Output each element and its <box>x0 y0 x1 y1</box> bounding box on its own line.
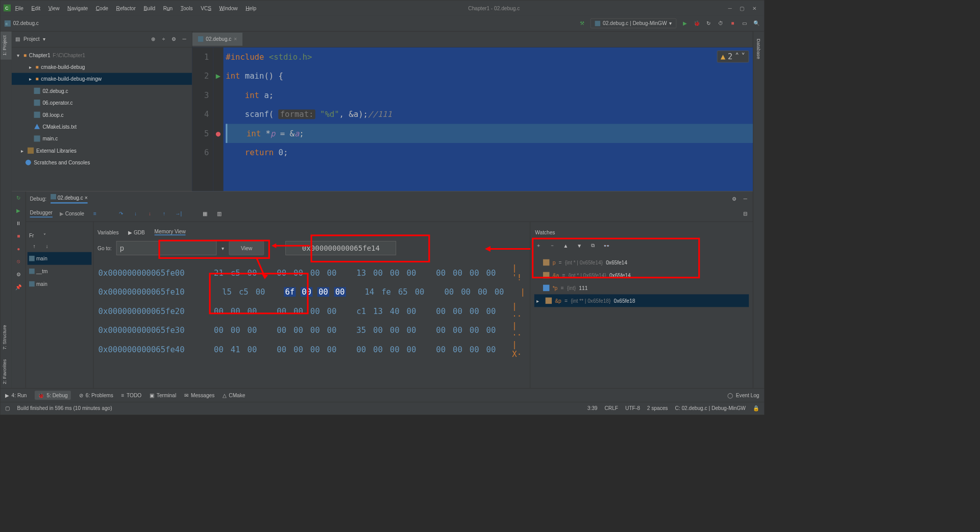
memory-row[interactable]: 0x000000000065fe2000000000000000c1134000… <box>99 301 530 320</box>
menu-build[interactable]: Build <box>140 4 159 13</box>
memory-view-tab[interactable]: Memory View <box>155 229 186 235</box>
frames-header[interactable]: Fr <box>29 233 34 239</box>
glasses-icon[interactable]: 👓 <box>603 242 610 249</box>
coverage-icon[interactable]: ↻ <box>705 20 712 27</box>
chevron-down-icon[interactable]: ▾ <box>43 36 45 42</box>
side-tab-database[interactable]: Database <box>754 35 763 63</box>
breadcrumb[interactable]: c 02.debug.c <box>5 20 39 26</box>
side-tab-favorites[interactable]: 2: Favorites <box>1 355 12 389</box>
status-lock-icon[interactable]: 🔒 <box>753 405 759 412</box>
tool-eventlog[interactable]: ◯ Event Log <box>727 392 759 398</box>
memory-row[interactable]: 0x000000000065fe0021c5000000000013000000… <box>99 263 530 282</box>
tree-scratches[interactable]: Scratches and Consoles <box>12 157 192 168</box>
tool-debug[interactable]: 🐞 5: Debug <box>35 391 71 400</box>
hide-icon[interactable]: ─ <box>181 36 188 43</box>
run-icon[interactable]: ▶ <box>681 20 689 27</box>
editor-tab[interactable]: 02.debug.c × <box>192 33 242 46</box>
settings-icon[interactable]: ⚙ <box>15 271 22 278</box>
chevron-down-icon[interactable]: ▾ <box>222 245 224 251</box>
layout-icon[interactable]: ▭ <box>741 20 748 27</box>
goto-input[interactable] <box>116 241 217 255</box>
status-encoding[interactable]: UTF-8 <box>625 405 640 412</box>
memory-table[interactable]: 0x000000000065fe0021c5000000000013000000… <box>93 259 530 389</box>
project-tree[interactable]: ▾ ■ Chapter1 F:\C\Chapter1 ▸■ cmake-buil… <box>12 47 192 191</box>
breakpoint-icon[interactable]: ● <box>216 129 220 138</box>
close-icon[interactable]: × <box>234 36 237 42</box>
up-icon[interactable]: ▲ <box>562 242 569 249</box>
watch-row[interactable]: p = {int * | 0x65fe14} 0x65fe14 <box>534 256 749 269</box>
rerun-icon[interactable]: ↻ <box>15 194 22 201</box>
tree-root[interactable]: ▾ ■ Chapter1 F:\C\Chapter1 <box>12 49 192 61</box>
menu-edit[interactable]: Edit <box>28 4 44 13</box>
restore-layout-icon[interactable]: ⊟ <box>742 210 749 217</box>
close-icon[interactable]: ✕ <box>752 5 757 11</box>
force-step-into-icon[interactable]: ↓ <box>146 210 154 217</box>
gdb-tab[interactable]: ▶ GDB <box>128 229 145 235</box>
inspection-badge[interactable]: ▲ 2 ˄ ˅ <box>717 51 749 62</box>
watches-list[interactable]: p = {int * | 0x65fe14} 0x65fe14&a = {int… <box>530 254 753 388</box>
status-context[interactable]: C: 02.debug.c | Debug-MinGW <box>675 405 745 412</box>
tool-todo[interactable]: ≡ TODO <box>121 392 141 398</box>
step-out-icon[interactable]: ↑ <box>161 210 168 217</box>
menu-run[interactable]: Run <box>160 4 177 13</box>
code-editor[interactable]: 123456 ▶ ● #include <stdio.h> int main()… <box>192 47 753 191</box>
hammer-icon[interactable]: ⚒ <box>578 20 585 27</box>
tool-terminal[interactable]: ▣ Terminal <box>150 392 176 398</box>
evaluate-icon[interactable]: ▦ <box>201 210 208 217</box>
tool-run[interactable]: ▶ 4: Run <box>5 392 27 398</box>
menu-window[interactable]: Window <box>216 4 241 13</box>
debug-icon[interactable]: 🐞 <box>693 20 700 27</box>
stack-frame[interactable]: __tm <box>28 265 92 278</box>
copy-icon[interactable]: ⧉ <box>589 242 596 249</box>
pin-icon[interactable]: 📌 <box>15 283 22 291</box>
menu-refactor[interactable]: Refactor <box>113 4 139 13</box>
gear-icon[interactable]: ⚙ <box>730 195 738 202</box>
chevron-down-icon[interactable]: ˅ <box>741 52 745 61</box>
watch-row[interactable]: &a = {int * | 0x65fe14} 0x65fe14 <box>534 269 749 282</box>
view-breakpoints-icon[interactable]: ● <box>15 245 22 252</box>
menu-tools[interactable]: Tools <box>177 4 197 13</box>
variables-tab[interactable]: Variables <box>97 229 119 235</box>
menu-code[interactable]: Code <box>92 4 112 13</box>
tab-console[interactable]: ▶ Console <box>60 211 84 217</box>
tool-cmake[interactable]: △ CMake <box>223 392 246 398</box>
tree-item[interactable]: ▸■ cmake-build-debug-mingw <box>12 73 192 85</box>
step-over-icon[interactable]: ↷ <box>117 210 125 217</box>
stop-icon[interactable]: ■ <box>15 232 22 239</box>
watch-row[interactable]: *p = {int} 111 <box>534 281 749 294</box>
menu-view[interactable]: View <box>45 4 63 13</box>
step-into-icon[interactable]: ↓ <box>132 210 139 217</box>
mute-breakpoints-icon[interactable]: ⦸ <box>15 258 22 265</box>
menu-file[interactable]: File <box>12 4 27 13</box>
tree-item[interactable]: 02.debug.c <box>12 85 192 96</box>
run-gutter-icon[interactable]: ▶ <box>216 71 220 81</box>
stack-frame[interactable]: main <box>28 252 92 265</box>
arrow-down-icon[interactable]: ↓ <box>43 243 51 250</box>
threads-icon[interactable]: ≡ <box>91 210 99 217</box>
profiler-icon[interactable]: ⏱ <box>717 20 724 27</box>
debug-target[interactable]: 02.debug.c × <box>51 194 88 204</box>
side-tab-project[interactable]: 1: Project <box>1 32 12 60</box>
chevron-down-icon[interactable]: ˅ <box>43 233 46 239</box>
status-caret[interactable]: 3:39 <box>587 405 598 412</box>
view-button[interactable]: View <box>229 241 264 255</box>
memory-row[interactable]: 0x000000000065fe10l5c5006f00000014fe6500… <box>99 282 530 301</box>
stop-icon[interactable]: ■ <box>729 20 736 27</box>
run-to-cursor-icon[interactable]: →| <box>175 210 182 217</box>
down-icon[interactable]: ▼ <box>576 242 583 249</box>
run-config-selector[interactable]: 02.debug.c | Debug-MinGW ▾ <box>591 18 676 29</box>
tree-item[interactable]: CMakeLists.txt <box>12 120 192 132</box>
status-line-sep[interactable]: CRLF <box>605 405 618 412</box>
side-tab-structure[interactable]: 7: Structure <box>1 321 12 354</box>
pause-icon[interactable]: ⏸ <box>15 220 22 227</box>
search-icon[interactable]: 🔍 <box>753 20 760 27</box>
tree-item[interactable]: 06.operator.c <box>12 97 192 109</box>
status-indent[interactable]: 2 spaces <box>647 405 668 412</box>
tool-messages[interactable]: ✉ Messages <box>184 392 214 398</box>
stack-frame[interactable]: main <box>28 278 92 291</box>
menu-navigate[interactable]: Navigate <box>64 4 91 13</box>
tree-item[interactable]: ▸■ cmake-build-debug <box>12 61 192 72</box>
resume-icon[interactable]: ▶ <box>15 207 22 214</box>
watch-row[interactable]: ▸&p = {int ** | 0x65fe18} 0x65fe18 <box>534 294 749 307</box>
tool-problems[interactable]: ⊘ 6: Problems <box>79 392 113 398</box>
